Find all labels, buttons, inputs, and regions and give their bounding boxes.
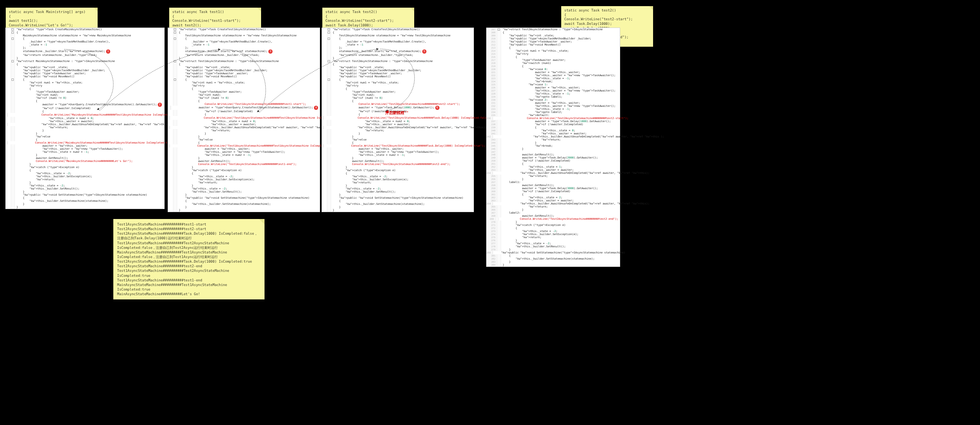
code-line: }	[168, 157, 320, 160]
output-line: Test1AsyncStateMachine##########Test2Asy…	[117, 268, 261, 278]
code-line: Console.WriteLine("MainAsyncStatemachine…	[6, 113, 164, 117]
code-line: 241 "kw">this._waiter = awaiter;	[487, 132, 620, 135]
code-line: Console.WriteLine("Test2AsyncStatemachin…	[322, 163, 474, 166]
code-line: "kw">int num1 = "kw">this._state;	[322, 81, 474, 84]
code-line: "kw">return;	[168, 129, 320, 132]
code-line: 239 {	[487, 126, 620, 129]
code-line: "kw">public "type">AsyncTaskMethodBuilde…	[322, 69, 474, 72]
code-line: 281 {	[487, 254, 620, 257]
code-line: 283 }	[487, 260, 620, 263]
code-line: 272 {	[487, 227, 620, 230]
code-line: 267 label2:	[487, 211, 620, 214]
code-line: static async Task test2()	[564, 8, 650, 13]
code-line: 275 "kw">return;	[487, 236, 620, 239]
code-line: 231 awaiter = "kw">this._waiter;	[487, 101, 620, 105]
code-line: }	[168, 132, 320, 135]
code-line: 256 }	[487, 178, 620, 181]
output-line: Test1AsyncStateMachine##########test1-st…	[117, 222, 261, 227]
code-line: 210 "kw">public "type">AsyncTaskMethodBu…	[487, 37, 620, 40]
code-line: "kw">this._builder.SetException(e);	[6, 175, 164, 178]
code-line: }	[322, 135, 474, 138]
code-line: {	[322, 172, 474, 175]
code-line: "kw">this._builder.SetResult();	[322, 190, 474, 193]
code-line: }	[322, 132, 474, 135]
code-line: "kw">public "type">TaskAwaiter _waiter;	[6, 72, 164, 75]
code-line: {	[168, 100, 320, 103]
output-line: Test1AsyncStateMachine##########Test2Asy…	[117, 241, 261, 250]
code-line: {	[6, 63, 164, 66]
code-line: "kw">this._state = -2;	[6, 184, 164, 187]
code-line: };	[168, 46, 320, 49]
code-line: 251 {	[487, 162, 620, 165]
code-line: MainAsyncStatemachine statemachine = "kw…	[6, 34, 164, 37]
code-line: "kw">this._state = num2 = 0;	[322, 120, 474, 123]
code-line: "kw">public "kw">int _state;	[322, 66, 474, 69]
code-line: 216 {	[487, 56, 620, 59]
code-panel-test1: -"kw">static "type">Task CreateTest1Asyn…	[168, 28, 320, 212]
code-line: }	[168, 206, 320, 209]
code-line: 222 "kw">this._waiter = "kw">new "type">…	[487, 74, 620, 77]
code-line: "kw">this._builder.AwaitUnsafeOnComplete…	[322, 126, 474, 129]
code-line: "kw">public "type">TaskAwaiter _waiter;	[322, 72, 474, 75]
code-line: -"kw">struct Test2AsyncStatemachine : "t…	[322, 60, 474, 63]
code-line: "kw">this._state = -2;	[322, 187, 474, 190]
code-line: "kw">return;	[322, 181, 474, 184]
code-line: Console.WriteLine("Test1AsyncStatemachin…	[168, 116, 320, 120]
code-line: }	[322, 57, 474, 60]
code-line: _state = -1	[322, 43, 474, 46]
code-line: "kw">this._builder.SetStatemachine(state…	[6, 199, 164, 203]
code-line: {	[6, 100, 164, 103]
code-line: 220 "kw">case 0:	[487, 68, 620, 71]
code-line: -"kw">static "type">Task CreateTest1Asyn…	[168, 28, 320, 31]
code-line: }	[322, 206, 474, 209]
code-line: "kw">public "kw">void SetStatemachine("t…	[322, 196, 474, 199]
code-line: "kw">if (num1 != 0)	[322, 96, 474, 100]
code-line: 250 "kw">if (!awaiter.IsCompleted)	[487, 159, 620, 162]
code-line: "kw">this._state = -2;	[6, 172, 164, 175]
code-line: "kw">public "kw">void SetStatemachine("t…	[168, 196, 320, 199]
code-line: 243 "kw">return;	[487, 138, 620, 141]
code-line: 259 awaiter = "type">Task.Delay(3000).Ge…	[487, 187, 620, 190]
code-line: 226 awaiter = "kw">this._waiter;	[487, 86, 620, 89]
code-line: 223 "kw">this._state = -1;	[487, 77, 620, 80]
code-line: "kw">else	[168, 138, 320, 141]
code-line: 234 "kw">goto label2;	[487, 111, 620, 114]
code-line: }	[6, 154, 164, 157]
code-line: 221 awaiter = "kw">this._waiter;	[487, 71, 620, 74]
code-line: "kw">this._builder.SetStatemachine(state…	[322, 203, 474, 206]
code-line: Console.WriteLine("Test2AsyncStatemachin…	[322, 144, 474, 147]
code-line: "kw">if (!awaiter.IsCompleted)	[6, 107, 164, 110]
code-line: 213 {	[487, 46, 620, 49]
code-line: 274 "kw">this._builder.SetException(e);	[487, 233, 620, 236]
code-line: 238 "kw">if (!awaiter.IsCompleted)	[487, 123, 620, 126]
code-line: 212 "kw">public "kw">void MoveNext()	[487, 43, 620, 46]
code-line: awaiter.GetResult();	[6, 157, 164, 160]
code-line: 215 "kw">try	[487, 52, 620, 56]
code-line: "kw">this._state = num2 = -1;	[6, 150, 164, 154]
badge-3: 3	[268, 49, 273, 54]
code-line: 248 awaiter.GetResult();	[487, 153, 620, 156]
code-line: 253 "kw">this._waiter = awaiter;	[487, 168, 620, 172]
annotation-new-thread: 开启新线程	[385, 110, 404, 116]
code-line: 265 "kw">return;	[487, 205, 620, 208]
code-panel-test2a: -"kw">static "type">Task CreateTest2Asyn…	[322, 28, 474, 212]
code-line: "kw">catch ("type">Exception e)	[6, 166, 164, 169]
code-line: {	[322, 100, 474, 103]
code-line: statemachine._builder.Start("kw">ref sta…	[6, 49, 164, 54]
code-line: -"kw">struct Test1AsyncStatemachine : "t…	[168, 60, 320, 63]
code-line: "kw">this._waiter = awaiter;	[168, 123, 320, 126]
code-line: "kw">try	[168, 84, 320, 87]
code-line: 249 awaiter = "type">Task.Delay(2000).Ge…	[487, 156, 620, 159]
code-line: "kw">this._builder.SetException(e);	[322, 178, 474, 181]
code-line: }	[6, 163, 164, 166]
code-line: awaiter = "type">UserQuery.CreateTest2As…	[168, 106, 320, 110]
code-line: awaiter = "kw">this._waiter;	[322, 147, 474, 150]
code-line: "kw">this._state = num2 = -1;	[168, 154, 320, 157]
code-line: await Task.Delay(1000);	[325, 23, 411, 28]
code-line: 242 "kw">this._builder.AwaitUnsafeOnComp…	[487, 135, 620, 138]
code-line: "kw">public "kw">void MoveNext()	[6, 75, 164, 78]
code-line: "kw">return statemachine._builder."type"…	[168, 54, 320, 57]
code-line: "kw">this._waiter = awaiter;	[322, 123, 474, 126]
code-line: "kw">public "kw">void MoveNext()	[322, 75, 474, 78]
code-line: "kw">public "type">AsyncTaskMethodBuilde…	[6, 69, 164, 72]
